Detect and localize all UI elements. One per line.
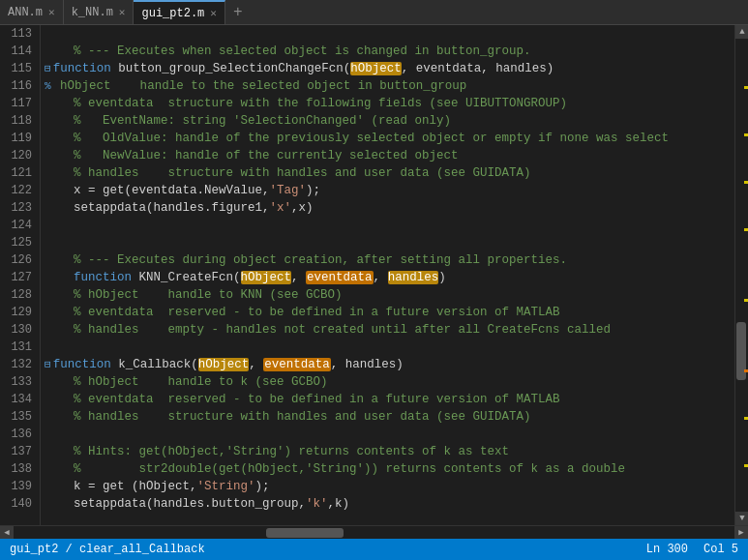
scrollbar-arrows: ▲ ▼ bbox=[735, 25, 748, 525]
status-path-text: gui_pt2 / clear_all_Callback bbox=[10, 543, 205, 556]
code-line bbox=[41, 339, 734, 356]
h-scroll-left-arrow[interactable]: ◀ bbox=[0, 526, 14, 540]
line-number: 126 bbox=[4, 251, 32, 269]
code-line: % str2double(get(hObject,'String')) retu… bbox=[41, 460, 734, 478]
tab-add-button[interactable]: + bbox=[225, 0, 251, 25]
line-number: 122 bbox=[4, 182, 32, 199]
code-line bbox=[41, 234, 734, 251]
line-number: 136 bbox=[4, 426, 32, 443]
horizontal-scrollbar[interactable]: ◀ ▶ bbox=[0, 525, 748, 539]
line-number: 134 bbox=[4, 391, 32, 408]
line-number: 137 bbox=[4, 443, 32, 460]
code-line bbox=[41, 426, 734, 443]
status-col-value: 5 bbox=[732, 543, 738, 556]
code-line bbox=[41, 217, 734, 234]
line-number: 139 bbox=[4, 478, 32, 495]
code-line: % handles structure with handles and use… bbox=[41, 408, 734, 426]
code-line: % OldValue: handle of the previously sel… bbox=[41, 130, 734, 147]
tab-ann-label: ANN.m bbox=[8, 6, 43, 19]
status-ln-label: Ln bbox=[646, 543, 660, 556]
code-line: setappdata(handles.figure1,'x',x) bbox=[41, 199, 734, 217]
line-number: 113 bbox=[4, 25, 32, 43]
h-scroll-right-arrow[interactable]: ▶ bbox=[734, 526, 748, 540]
line-number: 120 bbox=[4, 147, 32, 164]
line-number: 131 bbox=[4, 339, 32, 356]
line-number: 124 bbox=[4, 217, 32, 234]
code-line bbox=[41, 25, 734, 43]
tab-bar: ANN.m ✕ k_NN.m ✕ gui_pt2.m ✕ + bbox=[0, 0, 748, 25]
code-line: % --- Executes when selected object is c… bbox=[41, 43, 734, 60]
code-line: % hObject handle to k (see GCBO) bbox=[41, 373, 734, 391]
line-number: 133 bbox=[4, 373, 32, 391]
code-line: ⊟function k_Callback(hObject, eventdata,… bbox=[41, 356, 734, 373]
code-line: % eventdata structure with the following… bbox=[41, 95, 734, 112]
code-line: x = get(eventdata.NewValue,'Tag'); bbox=[41, 182, 734, 199]
h-scroll-thumb[interactable] bbox=[266, 528, 344, 538]
scroll-up-arrow[interactable]: ▲ bbox=[735, 25, 748, 39]
tab-knn-label: k_NN.m bbox=[72, 6, 113, 19]
status-path: gui_pt2 / clear_all_Callback bbox=[10, 543, 205, 556]
code-line: setappdata(handles.button_group,'k',k) bbox=[41, 495, 734, 513]
line-number: 138 bbox=[4, 460, 32, 478]
bottom-bar: ◀ ▶ gui_pt2 / clear_all_Callback Ln 300 … bbox=[0, 525, 748, 560]
line-numbers: 1131141151161171181191201211221231241251… bbox=[0, 25, 41, 525]
vertical-scrollbar[interactable]: ▲ ▼ bbox=[734, 25, 748, 525]
code-line: k = get (hObject,'String'); bbox=[41, 478, 734, 495]
h-scroll-track[interactable] bbox=[14, 526, 734, 539]
tab-knn[interactable]: k_NN.m ✕ bbox=[64, 0, 135, 24]
code-line: % NewValue: handle of the currently sele… bbox=[41, 147, 734, 164]
code-content[interactable]: % --- Executes when selected object is c… bbox=[41, 25, 734, 525]
line-number: 140 bbox=[4, 495, 32, 513]
code-line: ⊟function button_group_SelectionChangeFc… bbox=[41, 60, 734, 77]
status-ln-value: 300 bbox=[667, 543, 688, 556]
line-number: 128 bbox=[4, 286, 32, 304]
code-line: % EventName: string 'SelectionChanged' (… bbox=[41, 112, 734, 130]
tab-knn-close[interactable]: ✕ bbox=[119, 6, 126, 18]
status-ln: Ln 300 bbox=[646, 543, 688, 556]
line-number: 118 bbox=[4, 112, 32, 130]
editor-main-area: 1131141151161171181191201211221231241251… bbox=[0, 25, 748, 525]
status-position: Ln 300 Col 5 bbox=[646, 543, 738, 556]
line-number: 132 bbox=[4, 356, 32, 373]
line-number: 121 bbox=[4, 164, 32, 182]
status-col: Col 5 bbox=[703, 543, 738, 556]
code-line: % eventdata reserved - to be defined in … bbox=[41, 304, 734, 321]
line-number: 116 bbox=[4, 77, 32, 95]
line-number: 135 bbox=[4, 408, 32, 426]
line-number: 127 bbox=[4, 269, 32, 286]
line-number: 125 bbox=[4, 234, 32, 251]
line-number: 123 bbox=[4, 199, 32, 217]
tab-gui[interactable]: gui_pt2.m ✕ bbox=[134, 0, 224, 24]
line-number: 119 bbox=[4, 130, 32, 147]
tab-ann[interactable]: ANN.m ✕ bbox=[0, 0, 64, 24]
tab-gui-label: gui_pt2.m bbox=[141, 7, 204, 20]
line-number: 130 bbox=[4, 321, 32, 339]
line-number: 114 bbox=[4, 43, 32, 60]
code-line: % --- Executes during object creation, a… bbox=[41, 251, 734, 269]
tab-gui-close[interactable]: ✕ bbox=[210, 7, 217, 19]
code-line: function KNN_CreateFcn(hObject, eventdat… bbox=[41, 269, 734, 286]
code-line: % Hints: get(hObject,'String') returns c… bbox=[41, 443, 734, 460]
line-number: 117 bbox=[4, 95, 32, 112]
tab-ann-close[interactable]: ✕ bbox=[48, 6, 55, 18]
status-bar: gui_pt2 / clear_all_Callback Ln 300 Col … bbox=[0, 539, 748, 560]
scroll-down-arrow[interactable]: ▼ bbox=[735, 512, 748, 525]
line-number: 115 bbox=[4, 60, 32, 77]
code-line: % hObject handle to the selected object … bbox=[41, 77, 734, 95]
line-number: 129 bbox=[4, 304, 32, 321]
code-line: % hObject handle to KNN (see GCBO) bbox=[41, 286, 734, 304]
code-line: % handles empty - handles not created un… bbox=[41, 321, 734, 339]
status-col-label: Col bbox=[703, 543, 725, 556]
code-line: % eventdata reserved - to be defined in … bbox=[41, 391, 734, 408]
code-area[interactable]: % --- Executes when selected object is c… bbox=[41, 25, 734, 525]
code-line: % handles structure with handles and use… bbox=[41, 164, 734, 182]
